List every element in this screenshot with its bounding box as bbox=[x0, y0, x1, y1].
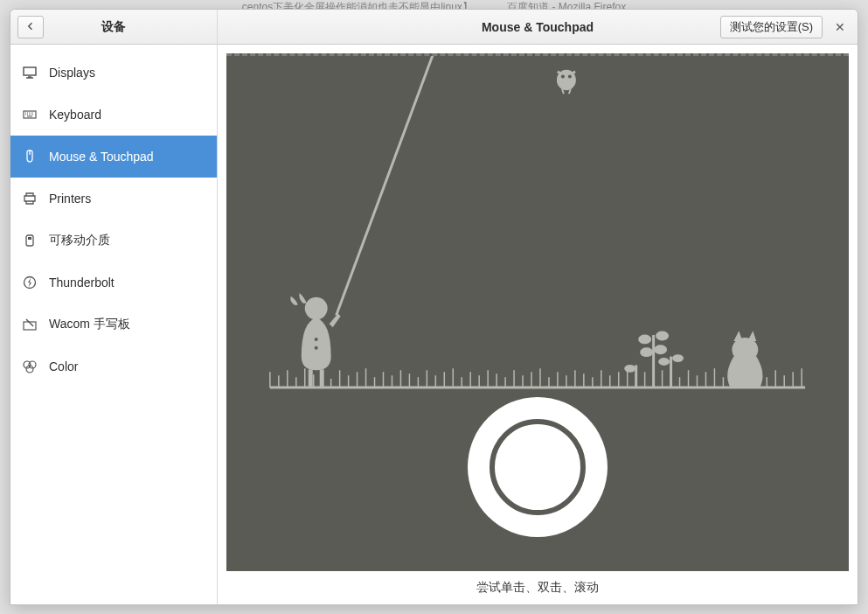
click-test-target[interactable] bbox=[468, 397, 608, 537]
close-icon: ✕ bbox=[835, 20, 845, 34]
svg-point-22 bbox=[656, 346, 666, 353]
keyboard-icon bbox=[21, 106, 38, 123]
sidebar-item-displays[interactable]: Displays bbox=[10, 52, 217, 94]
svg-point-19 bbox=[640, 336, 650, 343]
removable-media-icon bbox=[21, 232, 38, 249]
svg-point-11 bbox=[561, 75, 565, 79]
sidebar-item-keyboard[interactable]: Keyboard bbox=[10, 94, 217, 136]
sidebar-list: Displays Keyboard Mouse & Touchpad Print… bbox=[10, 45, 217, 604]
click-target-inner bbox=[490, 419, 586, 515]
sidebar-titlebar: 设备 bbox=[10, 10, 217, 45]
sidebar-item-label: Wacom 手写板 bbox=[49, 317, 130, 332]
sidebar-item-label: Thunderbolt bbox=[49, 276, 115, 290]
svg-point-12 bbox=[568, 75, 572, 79]
back-button[interactable] bbox=[17, 16, 44, 38]
panel-title: Mouse & Touchpad bbox=[482, 20, 594, 34]
color-icon bbox=[21, 358, 38, 375]
main-titlebar: Mouse & Touchpad 测试您的设置(S) ✕ bbox=[218, 10, 858, 45]
svg-point-23 bbox=[660, 359, 669, 365]
svg-point-20 bbox=[657, 332, 668, 339]
test-settings-button[interactable]: 测试您的设置(S) bbox=[720, 16, 823, 38]
sidebar-item-label: Printers bbox=[49, 192, 91, 206]
test-settings-label: 测试您的设置(S) bbox=[730, 19, 813, 35]
sidebar-item-removable-media[interactable]: 可移动介质 bbox=[10, 220, 217, 262]
svg-point-14 bbox=[305, 297, 328, 320]
sidebar-item-label: Mouse & Touchpad bbox=[49, 150, 154, 164]
mouse-icon bbox=[21, 148, 38, 165]
svg-rect-2 bbox=[26, 235, 33, 246]
sidebar: 设备 Displays Keyboard Mouse & Touchpad bbox=[10, 10, 218, 604]
sidebar-item-label: Keyboard bbox=[49, 108, 101, 122]
sidebar-item-mouse-touchpad[interactable]: Mouse & Touchpad bbox=[10, 136, 217, 178]
settings-window: 设备 Displays Keyboard Mouse & Touchpad bbox=[10, 9, 858, 605]
svg-rect-0 bbox=[24, 67, 36, 75]
background-firefox-title: centos下美化全屏操作能消如也走不能显由linux】。。。 百度知道 - M… bbox=[0, 0, 868, 9]
svg-point-21 bbox=[642, 349, 652, 356]
display-icon bbox=[21, 64, 38, 81]
test-hint-text: 尝试单击、双击、滚动 bbox=[218, 571, 858, 604]
sidebar-item-label: Displays bbox=[49, 66, 95, 80]
svg-point-17 bbox=[315, 338, 318, 341]
sidebar-item-label: 可移动介质 bbox=[49, 233, 110, 248]
svg-rect-15 bbox=[309, 369, 313, 387]
svg-point-24 bbox=[674, 356, 683, 361]
svg-point-4 bbox=[24, 277, 36, 289]
wacom-icon bbox=[21, 316, 38, 333]
chevron-left-icon bbox=[25, 20, 36, 34]
svg-rect-16 bbox=[320, 369, 324, 387]
mouse-test-area[interactable] bbox=[226, 53, 849, 571]
svg-rect-3 bbox=[28, 237, 31, 240]
sidebar-item-printers[interactable]: Printers bbox=[10, 178, 217, 220]
thunderbolt-icon bbox=[21, 274, 38, 291]
svg-line-9 bbox=[337, 56, 436, 315]
close-button[interactable]: ✕ bbox=[828, 15, 852, 39]
svg-point-25 bbox=[626, 366, 635, 371]
printer-icon bbox=[21, 190, 38, 207]
sidebar-item-label: Color bbox=[49, 359, 78, 373]
svg-point-18 bbox=[315, 346, 318, 350]
sidebar-item-color[interactable]: Color bbox=[10, 345, 217, 387]
main-panel: Mouse & Touchpad 测试您的设置(S) ✕ bbox=[218, 10, 858, 604]
sidebar-item-thunderbolt[interactable]: Thunderbolt bbox=[10, 262, 217, 304]
sidebar-item-wacom[interactable]: Wacom 手写板 bbox=[10, 304, 217, 345]
